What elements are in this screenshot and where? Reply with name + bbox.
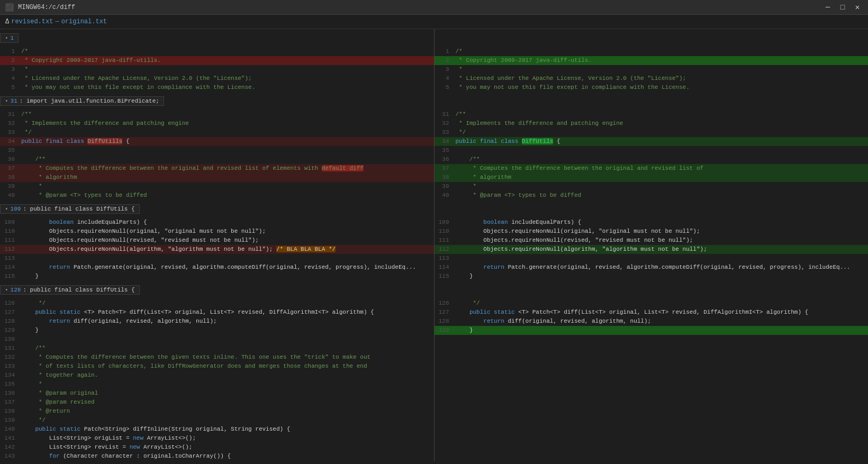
table-row: 5 * you may not use this file except in … (435, 83, 869, 92)
table-row: 5 * you may not use this file except in … (0, 83, 434, 92)
table-row: 31 /** (0, 110, 434, 119)
right-scroll[interactable]: • 1 1 /* 2 * Copyright 2009-2017 java-di… (435, 29, 869, 461)
minimize-button[interactable]: ─ (822, 2, 833, 13)
left-pane: • 1 1 /* 2 * Copyright 2009-2017 java-di… (0, 29, 435, 461)
table-row: 133 * of texts lists of characters, like… (0, 362, 434, 371)
table-row: 113 (435, 254, 869, 263)
window-controls[interactable]: ─ □ ✕ (822, 2, 863, 13)
table-row: 140 public static Patch<String> diffInli… (0, 425, 434, 434)
left-code-block: • 1 1 /* 2 * Copyright 2009-2017 java-di… (0, 29, 434, 461)
table-row: 37 * Computes the difference between the… (0, 164, 434, 173)
table-row: 1 /* (435, 47, 869, 56)
table-row: 37 * Computes the difference between the… (435, 164, 869, 173)
hunk-header-1: • 1 (0, 33, 19, 43)
revised-file: revised.txt (11, 18, 53, 25)
table-row: 3 * (0, 65, 434, 74)
table-row: 143 for (Character character : original.… (0, 452, 434, 461)
table-row: 115 } (0, 272, 434, 281)
table-row: 114 return Patch.generate(original, revi… (0, 263, 434, 272)
table-row: 111 Objects.requireNonNull(revised, "rev… (435, 236, 869, 245)
right-code-block: • 1 1 /* 2 * Copyright 2009-2017 java-di… (435, 29, 869, 335)
hunk-header-row-4: • 126 : public final class DiffUtils { (0, 281, 434, 299)
app-icon: ⬛ (5, 3, 14, 12)
table-row: 113 (0, 254, 434, 263)
arrow-separator: — (55, 18, 59, 25)
right-pane: • 1 1 /* 2 * Copyright 2009-2017 java-di… (435, 29, 869, 461)
table-row: 112 Objects.requireNonNull(algorithm, "a… (0, 245, 434, 254)
table-row: 33 */ (0, 128, 434, 137)
diff-content: • 1 1 /* 2 * Copyright 2009-2017 java-di… (0, 29, 868, 461)
table-row: 2 * Copyright 2009-2017 java-diff-utils. (435, 56, 869, 65)
table-row: 1 /* (0, 47, 434, 56)
hunk-header-4: • 126 : public final class DiffUtils { (0, 285, 140, 295)
window-title: MINGW64:/c/diff (18, 4, 75, 11)
table-row: 33 */ (435, 128, 869, 137)
original-file: original.txt (61, 18, 107, 25)
table-row: 135 * (0, 380, 434, 389)
table-row: 109 boolean includeEqualParts) { (0, 218, 434, 227)
table-row: 114 return Patch.generate(original, revi… (435, 263, 869, 272)
hunk-header-3: • 109 : public final class DiffUtils { (0, 204, 140, 214)
table-row: 110 Objects.requireNonNull(original, "or… (0, 227, 434, 236)
table-row: 34 public final class DiffUtills { (0, 137, 434, 146)
table-row: 126 */ (435, 299, 869, 308)
table-row: 112 Objects.requireNonNull(algorithm, "a… (435, 245, 869, 254)
table-row: 39 * (0, 182, 434, 191)
delta-symbol: Δ (5, 18, 9, 25)
table-row: 36 /** (435, 155, 869, 164)
table-row: 115 } (435, 272, 869, 281)
table-row: 126 */ (0, 299, 434, 308)
table-row: 129 } (435, 326, 869, 335)
table-row: 38 * algorithm (0, 173, 434, 182)
maximize-button[interactable]: □ (837, 2, 848, 13)
table-row: 35 (435, 146, 869, 155)
hunk-header-2: • 31 : import java.util.function.BiPredi… (0, 96, 164, 106)
table-row: 141 List<String> origList = new ArrayLis… (0, 434, 434, 443)
table-row: 109 boolean includeEqualParts) { (435, 218, 869, 227)
close-button[interactable]: ✕ (852, 2, 863, 13)
breadcrumb: Δ revised.txt — original.txt (0, 15, 868, 29)
table-row: 137 * @param revised (0, 398, 434, 407)
hunk-header-row-1: • 1 (0, 29, 434, 47)
table-row: 38 * algorithm (435, 173, 869, 182)
table-row: 32 * Implements the difference and patch… (0, 119, 434, 128)
table-row: 3 * (435, 65, 869, 74)
table-row: 128 return diff(original, revised, algor… (435, 317, 869, 326)
hunk-header-row-2: • 31 : import java.util.function.BiPredi… (0, 92, 434, 110)
table-row: 40 * @param <T> types to be diffed (435, 191, 869, 200)
table-row: 128 return diff(original, revised, algor… (0, 317, 434, 326)
hunk-header-row-3: • 109 : public final class DiffUtils { (0, 200, 434, 218)
table-row: 110 Objects.requireNonNull(original, "or… (435, 227, 869, 236)
table-row: 2 * Copyright 2009-2017 java-diff-utills… (0, 56, 434, 65)
table-row: 130 (0, 335, 434, 344)
table-row: 134 * together again. (0, 371, 434, 380)
table-row: 138 * @return (0, 407, 434, 416)
table-row: 36 /** (0, 155, 434, 164)
table-row: 131 /** (0, 344, 434, 353)
table-row: 136 * @param original (0, 389, 434, 398)
title-bar-left: ⬛ MINGW64:/c/diff (5, 3, 75, 12)
table-row: 129 } (0, 326, 434, 335)
table-row: 35 (0, 146, 434, 155)
table-row: 4 * Licensed under the Apache License, V… (0, 74, 434, 83)
table-row: 31 /** (435, 110, 869, 119)
table-row: 40 * @param <T> types to be diffed (0, 191, 434, 200)
table-row: 127 public static <T> Patch<T> diff(List… (435, 308, 869, 317)
table-row: 39 * (435, 182, 869, 191)
table-row: 139 */ (0, 416, 434, 425)
table-row: 111 Objects.requireNonNull(revised, "rev… (0, 236, 434, 245)
table-row: 127 public static <T> Patch<T> diff(List… (0, 308, 434, 317)
table-row: 142 List<String> revList = new ArrayList… (0, 443, 434, 452)
left-scroll[interactable]: • 1 1 /* 2 * Copyright 2009-2017 java-di… (0, 29, 434, 461)
table-row: 132 * Computes the difference between th… (0, 353, 434, 362)
table-row: 34 public final class DiffUtils { (435, 137, 869, 146)
table-row: 4 * Licensed under the Apache License, V… (435, 74, 869, 83)
table-row: 32 * Implements the difference and patch… (435, 119, 869, 128)
title-bar: ⬛ MINGW64:/c/diff ─ □ ✕ (0, 0, 868, 15)
